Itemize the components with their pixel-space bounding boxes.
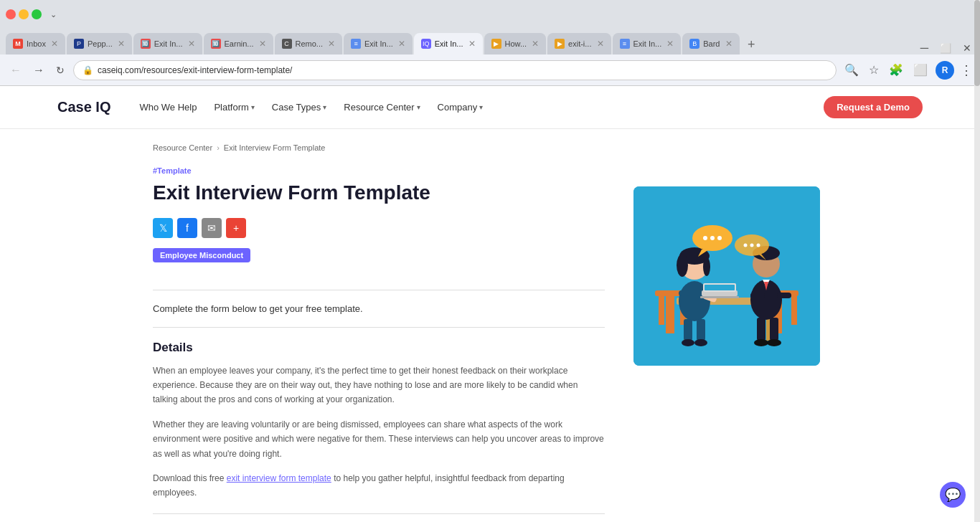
- svg-rect-26: [705, 285, 735, 290]
- tab-bard[interactable]: B Bard ✕: [682, 33, 740, 54]
- tab-close-icon[interactable]: ✕: [188, 39, 195, 49]
- pepperdine-favicon: P: [74, 39, 84, 49]
- browser-menu-icon[interactable]: ⋮: [960, 62, 973, 78]
- new-tab-button[interactable]: +: [741, 34, 761, 54]
- tab-exit-arrow[interactable]: ▶ exit-i... ✕: [547, 33, 611, 54]
- tab-gmail[interactable]: M Inbox ✕: [6, 33, 65, 54]
- tab-label: Exit In...: [154, 39, 183, 48]
- close-button[interactable]: [6, 9, 16, 19]
- article-tag: #Template: [153, 166, 605, 175]
- reload-button[interactable]: ↻: [53, 62, 67, 79]
- share-email-button[interactable]: ✉: [202, 218, 222, 238]
- sidebar-content: [633, 143, 827, 522]
- exit1-favicon: 🔟: [141, 39, 151, 49]
- request-demo-button[interactable]: Request a Demo: [824, 96, 923, 118]
- svg-rect-4: [666, 290, 674, 333]
- svg-rect-24: [700, 296, 739, 298]
- tab-close-icon[interactable]: ✕: [259, 39, 266, 49]
- svg-point-40: [703, 236, 707, 240]
- divider-2: [153, 327, 605, 328]
- tab-remote[interactable]: C Remo... ✕: [275, 33, 343, 54]
- minimize-button[interactable]: [19, 9, 29, 19]
- svg-rect-33: [777, 293, 791, 298]
- window-restore-icon[interactable]: ⬜: [940, 43, 951, 54]
- tab-exit-caseiq[interactable]: IQ Exit In... ✕: [414, 33, 483, 54]
- tab-exit3[interactable]: ≡ Exit In... ✕: [613, 33, 682, 54]
- tab-close-icon[interactable]: ✕: [118, 39, 125, 49]
- address-bar[interactable]: 🔒 caseiq.com/resources/exit-interview-fo…: [73, 60, 837, 80]
- tab-close-icon[interactable]: ✕: [666, 39, 674, 49]
- tabs-bar: M Inbox ✕ P Pepp... ✕ 🔟 Exit In... ✕ 🔟 E…: [0, 29, 980, 54]
- tab-label: Earnin...: [225, 39, 254, 48]
- svg-rect-19: [684, 319, 692, 341]
- divider-3: [153, 513, 605, 514]
- resource-center-dropdown-icon: ▾: [417, 103, 420, 111]
- lock-icon: 🔒: [83, 65, 93, 75]
- interview-illustration: [633, 186, 820, 366]
- share-facebook-button[interactable]: f: [177, 218, 197, 238]
- details-title: Details: [153, 341, 605, 355]
- svg-rect-17: [679, 290, 689, 296]
- forward-button[interactable]: →: [30, 61, 47, 80]
- tab-pepperdine[interactable]: P Pepp... ✕: [67, 33, 132, 54]
- bookmark-icon[interactable]: ☆: [867, 61, 881, 79]
- url-text: caseiq.com/resources/exit-interview-form…: [98, 65, 827, 75]
- search-icon[interactable]: 🔍: [842, 61, 861, 79]
- chat-widget-button[interactable]: 💬: [940, 482, 966, 508]
- paragraph-3: Download this free exit interview form t…: [153, 471, 605, 500]
- share-buttons: 𝕏 f ✉ +: [153, 218, 605, 238]
- breadcrumb-resource-center[interactable]: Resource Center: [153, 143, 212, 152]
- tab-close-icon[interactable]: ✕: [532, 39, 539, 49]
- sidebar-illustration: [633, 186, 820, 366]
- window-close-icon[interactable]: ✕: [963, 42, 971, 54]
- caseiq-favicon: IQ: [421, 39, 431, 49]
- back-button[interactable]: ←: [7, 61, 24, 80]
- nav-resource-center[interactable]: Resource Center ▾: [344, 102, 420, 113]
- tab-label: Exit In...: [633, 39, 662, 48]
- tab-close-icon[interactable]: ✕: [328, 39, 335, 49]
- browser-window: ⌄ M Inbox ✕ P Pepp... ✕ 🔟 Exit In... ✕ 🔟…: [0, 0, 980, 522]
- divider-1: [153, 290, 605, 290]
- svg-point-47: [757, 244, 760, 247]
- form-subtitle: Complete the form below to get your free…: [153, 303, 605, 314]
- svg-rect-0: [633, 186, 820, 366]
- tab-how[interactable]: ▶ How... ✕: [484, 33, 547, 54]
- maximize-button[interactable]: [32, 9, 42, 19]
- earning-favicon: 🔟: [211, 39, 221, 49]
- tab-label: Exit In...: [435, 39, 463, 48]
- nav-case-types[interactable]: Case Types ▾: [272, 102, 326, 113]
- svg-point-46: [750, 244, 754, 247]
- tab-close-icon[interactable]: ✕: [51, 39, 58, 49]
- tab-earning[interactable]: 🔟 Earnin... ✕: [204, 33, 273, 54]
- svg-rect-6: [659, 296, 664, 325]
- tab-label: exit-i...: [568, 39, 591, 48]
- svg-rect-34: [757, 318, 765, 341]
- bard-favicon: B: [689, 39, 699, 49]
- tab-close-icon[interactable]: ✕: [398, 39, 405, 49]
- tab-label: How...: [505, 39, 527, 48]
- sidebar-toggle-icon[interactable]: ⬜: [911, 61, 930, 79]
- share-twitter-button[interactable]: 𝕏: [153, 218, 173, 238]
- window-minimize-icon[interactable]: ─: [920, 42, 928, 54]
- svg-point-36: [754, 339, 768, 346]
- site-logo[interactable]: Case IQ: [57, 99, 110, 115]
- category-tag[interactable]: Employee Misconduct: [153, 248, 250, 262]
- profile-avatar[interactable]: R: [936, 61, 954, 80]
- tab-close-icon[interactable]: ✕: [468, 39, 476, 49]
- nav-company[interactable]: Company ▾: [438, 102, 484, 113]
- browser-titlebar: ⌄: [0, 0, 980, 29]
- share-plus-button[interactable]: +: [226, 218, 246, 238]
- breadcrumb-current: Exit Interview Form Template: [224, 143, 326, 152]
- tab-label: Pepp...: [88, 39, 113, 48]
- tab-close-icon[interactable]: ✕: [725, 39, 732, 49]
- scrollbar-thumb[interactable]: [974, 0, 980, 86]
- svg-rect-20: [697, 319, 705, 341]
- nav-platform[interactable]: Platform ▾: [214, 102, 254, 113]
- nav-who-we-help[interactable]: Who We Help: [139, 102, 197, 113]
- tab-exit2[interactable]: ≡ Exit In... ✕: [344, 33, 413, 54]
- tab-close-icon[interactable]: ✕: [597, 39, 604, 49]
- tab-exit1[interactable]: 🔟 Exit In... ✕: [133, 33, 202, 54]
- remote-favicon: C: [282, 39, 292, 49]
- extensions-icon[interactable]: 🧩: [887, 61, 905, 79]
- exit-form-link[interactable]: exit interview form template: [227, 473, 331, 483]
